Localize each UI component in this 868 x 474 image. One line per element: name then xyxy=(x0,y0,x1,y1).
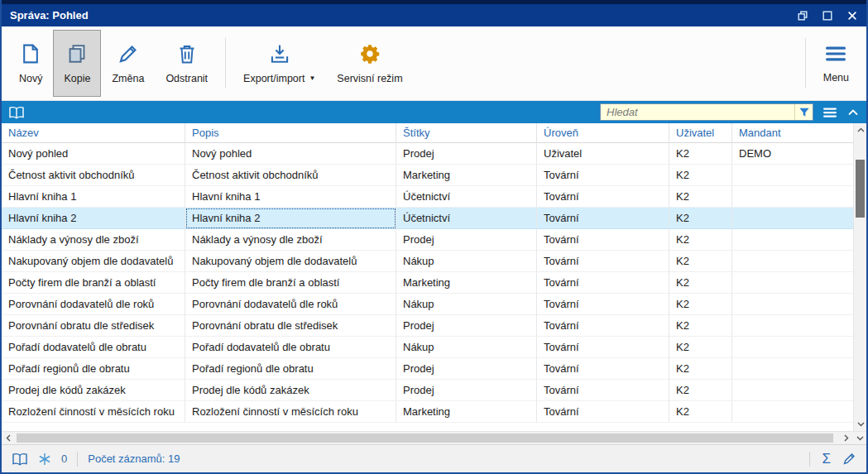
dropdown-caret-icon[interactable]: ▼ xyxy=(309,74,315,82)
table-cell[interactable]: Účetnictví xyxy=(396,186,537,208)
table-cell[interactable] xyxy=(732,337,853,358)
table-cell[interactable]: Nový pohled xyxy=(2,143,185,165)
table-cell[interactable]: Prodej dle kódů zakázek xyxy=(185,380,396,401)
table-cell[interactable]: Uživatel xyxy=(537,143,669,165)
table-cell[interactable]: Nákup xyxy=(396,251,537,272)
table-cell[interactable]: Hlavní kniha 2 xyxy=(2,208,185,229)
table-cell[interactable]: Pořadí regionů dle obratu xyxy=(185,358,396,380)
table-cell[interactable]: Tovární xyxy=(537,380,669,401)
column-header-popis[interactable]: Popis xyxy=(185,123,396,142)
table-cell[interactable]: K2 xyxy=(669,208,732,229)
table-cell[interactable]: Tovární xyxy=(537,358,669,380)
table-cell[interactable]: Tovární xyxy=(537,337,669,358)
column-header-mandant[interactable]: Mandant xyxy=(732,123,853,142)
table-cell[interactable]: Tovární xyxy=(537,272,669,294)
change-button[interactable]: Změna xyxy=(101,30,155,97)
table-cell[interactable]: Tovární xyxy=(537,294,669,315)
horizontal-scroll-track[interactable] xyxy=(15,432,840,444)
table-cell[interactable]: Prodej xyxy=(396,380,537,401)
table-cell[interactable]: Prodej xyxy=(396,229,537,251)
table-cell[interactable]: Tovární xyxy=(537,401,669,423)
table-cell[interactable] xyxy=(732,358,853,380)
table-row[interactable]: Rozložení činností v měsících rokuRozlož… xyxy=(2,401,853,423)
table-cell[interactable]: DEMO xyxy=(732,143,853,165)
table-cell[interactable]: Hlavní kniha 1 xyxy=(185,186,396,208)
filter-funnel-icon[interactable] xyxy=(794,104,813,120)
table-cell[interactable]: Nakupovaný objem dle dodavatelů xyxy=(2,251,185,272)
scroll-right-icon[interactable] xyxy=(840,432,853,445)
table-cell[interactable]: Nákup xyxy=(396,294,537,315)
table-cell[interactable]: K2 xyxy=(669,272,732,294)
table-cell[interactable]: Porovnání obratu dle středisek xyxy=(2,315,185,337)
table-cell[interactable]: K2 xyxy=(669,251,732,272)
table-cell[interactable]: Prodej xyxy=(396,143,537,165)
sum-icon[interactable]: Σ xyxy=(822,451,831,467)
table-cell[interactable]: Prodej xyxy=(396,315,537,337)
table-cell[interactable]: Pořadí dodavatelů dle obratu xyxy=(185,337,396,358)
maximize-icon[interactable] xyxy=(822,10,833,22)
book-icon[interactable] xyxy=(8,105,25,120)
horizontal-scroll-thumb[interactable] xyxy=(17,433,833,443)
table-cell[interactable] xyxy=(732,380,853,401)
table-row[interactable]: Hlavní kniha 2Hlavní kniha 2ÚčetnictvíTo… xyxy=(2,208,853,229)
vertical-scroll-track[interactable] xyxy=(854,136,866,418)
scrollbar-corner-icon[interactable] xyxy=(853,432,866,445)
table-cell[interactable]: Prodej dle kódů zakázek xyxy=(2,380,185,401)
table-cell[interactable]: Hlavní kniha 1 xyxy=(2,186,185,208)
table-cell[interactable]: Porovnání dodavatelů dle roků xyxy=(2,294,185,315)
collapse-chevron-icon[interactable] xyxy=(846,107,860,118)
table-cell[interactable]: K2 xyxy=(669,294,732,315)
table-cell[interactable] xyxy=(732,186,853,208)
table-row[interactable]: Pořadí dodavatelů dle obratuPořadí dodav… xyxy=(2,337,853,358)
table-row[interactable]: Hlavní kniha 1Hlavní kniha 1ÚčetnictvíTo… xyxy=(2,186,853,208)
table-row[interactable]: Náklady a výnosy dle zbožíNáklady a výno… xyxy=(2,229,853,251)
table-cell[interactable]: Počty firem dle branží a oblastí xyxy=(185,272,396,294)
table-cell[interactable] xyxy=(732,208,853,229)
table-cell[interactable]: K2 xyxy=(669,229,732,251)
table-cell[interactable]: Náklady a výnosy dle zboží xyxy=(185,229,396,251)
table-cell[interactable]: Četnost aktivit obchodníků xyxy=(185,165,396,186)
panel-menu-icon[interactable] xyxy=(822,106,838,119)
table-cell[interactable]: Tovární xyxy=(537,315,669,337)
table-cell[interactable]: Nakupovaný objem dle dodavatelů xyxy=(185,251,396,272)
book-icon[interactable] xyxy=(12,452,28,467)
edit-pencil-icon[interactable] xyxy=(842,452,856,466)
table-cell[interactable]: Porovnání obratu dle středisek xyxy=(185,315,396,337)
table-cell[interactable]: Pořadí regionů dle obratu xyxy=(2,358,185,380)
table-cell[interactable]: Marketing xyxy=(396,272,537,294)
table-cell[interactable]: Účetnictví xyxy=(396,208,537,229)
table-cell[interactable]: Marketing xyxy=(396,165,537,186)
table-cell[interactable]: K2 xyxy=(669,186,732,208)
service-mode-button[interactable]: Servisní režim xyxy=(326,30,413,97)
table-cell[interactable]: K2 xyxy=(669,358,732,380)
table-row[interactable]: Počty firem dle branží a oblastíPočty fi… xyxy=(2,272,853,294)
table-cell[interactable]: Tovární xyxy=(537,251,669,272)
snowflake-icon[interactable] xyxy=(38,452,51,466)
table-cell[interactable]: Tovární xyxy=(537,229,669,251)
table-row[interactable]: Pořadí regionů dle obratuPořadí regionů … xyxy=(2,358,853,380)
vertical-scrollbar[interactable] xyxy=(853,123,866,431)
table-cell[interactable]: K2 xyxy=(669,143,732,165)
scroll-left-icon[interactable] xyxy=(2,432,15,445)
table-cell[interactable]: Nákup xyxy=(396,337,537,358)
table-cell[interactable]: Četnost aktivit obchodníků xyxy=(2,165,185,186)
table-cell[interactable]: Pořadí dodavatelů dle obratu xyxy=(2,337,185,358)
table-cell[interactable]: K2 xyxy=(669,337,732,358)
table-cell[interactable] xyxy=(732,229,853,251)
table-cell[interactable]: Tovární xyxy=(537,208,669,229)
table-cell[interactable]: Nový pohled xyxy=(185,143,396,165)
export-import-button[interactable]: Export/import ▼ xyxy=(233,30,326,97)
table-cell[interactable]: K2 xyxy=(669,315,732,337)
copy-button[interactable]: Kopie xyxy=(53,30,101,97)
table-cell[interactable] xyxy=(732,251,853,272)
table-row[interactable]: Prodej dle kódů zakázekProdej dle kódů z… xyxy=(2,380,853,401)
new-button[interactable]: Nový xyxy=(8,30,53,97)
table-row[interactable]: Nový pohledNový pohledProdejUživatelK2DE… xyxy=(2,143,853,165)
table-cell[interactable]: K2 xyxy=(669,165,732,186)
table-cell[interactable] xyxy=(732,294,853,315)
column-header-nazev[interactable]: Název xyxy=(2,123,185,142)
table-cell[interactable]: Porovnání dodavatelů dle roků xyxy=(185,294,396,315)
table-cell[interactable]: K2 xyxy=(669,401,732,423)
table-cell[interactable]: Marketing xyxy=(396,401,537,423)
horizontal-scrollbar[interactable] xyxy=(2,431,866,444)
